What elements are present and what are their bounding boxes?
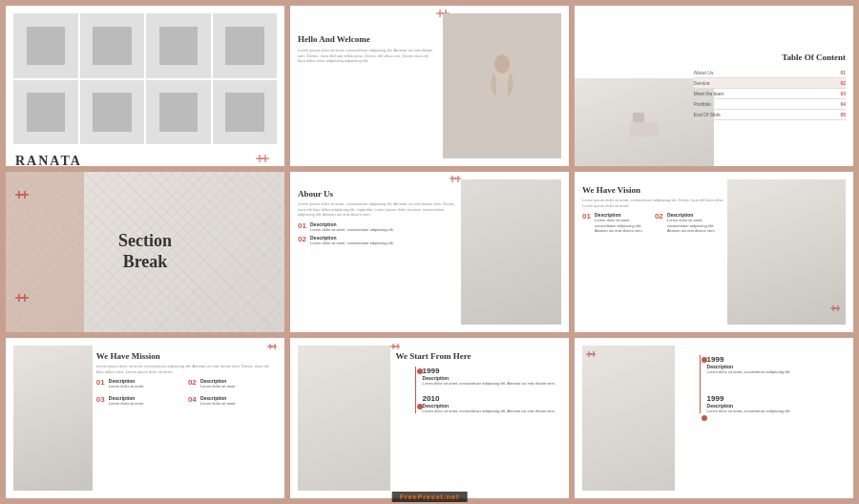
cross-icon: [15, 191, 31, 206]
hello-body: Lorem ipsum dolor sit amet, consectetuer…: [298, 48, 437, 64]
cross-decor-top: [15, 191, 31, 210]
mission-body: Lorem ipsum dolor sit amet, consectetuer…: [96, 364, 277, 374]
desk-figure-icon: [625, 108, 663, 136]
desc-item-1: 01 Description Lorem dolor sit amet, con…: [298, 221, 455, 233]
cross-icon-6: [390, 344, 402, 355]
toc-item: Meet the team 03: [694, 89, 846, 99]
toc-item: About Us 01: [694, 68, 846, 78]
toc-item: Service 02: [694, 78, 846, 89]
photo-cell: [213, 80, 278, 145]
timeline-item-2: 2010 Description Lorem dolor sit amet, c…: [423, 394, 561, 414]
timeline2-text: 1999 Description Lorem dolor sit amet, c…: [681, 346, 846, 491]
hello-image: [443, 13, 561, 158]
start-image: [298, 346, 390, 491]
slide-about: Abour Us Lorem ipsum dolor sit amet, con…: [290, 172, 569, 332]
slide-mission: We Have Mission Lorem ipsum dolor sit am…: [6, 338, 284, 498]
vision-text: We Have Vision Lorem ipsum dolor sit ame…: [582, 179, 723, 325]
about-text: Abour Us Lorem ipsum dolor sit amet, con…: [298, 179, 455, 325]
hello-heading: Hello And Welcome: [298, 34, 437, 44]
timeline2-item-1: 1999 Description Lorem dolor sit amet, c…: [707, 355, 846, 375]
about-heading: Abour Us: [298, 189, 455, 199]
photo-cell: [13, 80, 78, 145]
hello-text: Hello And Welcome Lorem ipsum dolor sit …: [298, 13, 437, 158]
logo-area: RANATA Presentation Template: [13, 150, 277, 166]
slide-grid: RANATA Presentation Template: [0, 0, 859, 504]
desc-item-2: 02 Description Lorem dolor sit amet, con…: [298, 235, 455, 246]
slide-section-break: SectionBreak: [6, 172, 284, 332]
start-heading: We Start From Here: [396, 351, 561, 361]
svg-rect-9: [630, 122, 659, 136]
vision-heading: We Have Vision: [582, 185, 723, 195]
watermark-brand: FreePreset: [400, 494, 444, 500]
slide-toc: Table Of Content About Us 01 Service 02 …: [575, 6, 853, 166]
vision-image: [727, 179, 846, 325]
about-image: [461, 179, 561, 325]
cross-icon-7: [586, 351, 597, 363]
cross-decoration: [256, 155, 271, 166]
mission-image: [13, 346, 93, 491]
cross-decor-bottom: [15, 294, 31, 313]
svg-rect-10: [633, 113, 644, 122]
mission-item-1: 01 Description Lorem dolor sit amet: [96, 378, 185, 389]
mission-item-2: 02 Description Lorem dolor sit amet: [188, 378, 277, 389]
photo-cell: [146, 13, 211, 78]
slide-timeline2: 1999 Description Lorem dolor sit amet, c…: [575, 338, 853, 498]
mission-text: We Have Mission Lorem ipsum dolor sit am…: [96, 346, 277, 491]
vision-desc-1: 01 Description Lorem dolor sit amet, con…: [582, 212, 651, 234]
timeline2-image: [582, 346, 675, 491]
about-body: Lorem ipsum dolor sit amet, consectetuer…: [298, 201, 455, 218]
toc-content: Table Of Content About Us 01 Service 02 …: [686, 6, 853, 166]
start-text: We Start From Here 1999 Description Lore…: [396, 346, 561, 491]
mission-grid: 01 Description Lorem dolor sit amet 02 D…: [96, 378, 277, 409]
mission-item-3: 03 Description Lorem dolor sit amet: [96, 395, 185, 407]
vision-body: Lorem ipsum dolor sit amet, consectetuer…: [582, 198, 723, 208]
photo-cell: [13, 13, 78, 78]
hands-figure-icon: [483, 52, 521, 119]
mission-heading: We Have Mission: [96, 351, 277, 361]
watermark: FreePreset.net: [392, 492, 468, 502]
photo-cell: [80, 80, 145, 145]
svg-rect-11: [646, 116, 656, 122]
mission-item-4: 04 Description Lorem dolor sit amet: [188, 395, 277, 407]
timeline-item-1: 1999 Description Lorem dolor sit amet, c…: [423, 367, 561, 387]
timeline2-item-2: 1999 Description Lorem dolor sit amet, c…: [707, 394, 846, 414]
toc-item: End Of Slide 05: [694, 110, 846, 120]
photo-cell: [80, 13, 145, 78]
vision-desc-2: 02 Description Lorem dolor sit amet, con…: [655, 212, 723, 234]
photo-grid: [13, 13, 277, 144]
cross-icon-3: [450, 176, 463, 189]
cross-icon-4: [830, 305, 842, 317]
toc-heading: Table Of Content: [694, 52, 846, 62]
vision-descriptions: 01 Description Lorem dolor sit amet, con…: [582, 212, 723, 237]
cross-icon-2: [15, 294, 31, 309]
svg-point-8: [494, 54, 510, 74]
section-break-heading: SectionBreak: [118, 231, 172, 272]
logo-title: RANATA: [15, 154, 83, 166]
person-figure: [443, 13, 561, 158]
watermark-suffix: .net: [444, 494, 459, 500]
slide-start: We Start From Here 1999 Description Lore…: [290, 338, 569, 498]
slide-vision: We Have Vision Lorem ipsum dolor sit ame…: [575, 172, 853, 332]
photo-cell: [146, 80, 211, 145]
slide-hello: Hello And Welcome Lorem ipsum dolor sit …: [290, 6, 569, 166]
cross-icon-5: [267, 344, 279, 355]
photo-cell: [213, 13, 278, 78]
slide-ranata: RANATA Presentation Template: [6, 6, 284, 166]
toc-item: Portfolio 04: [694, 99, 846, 110]
